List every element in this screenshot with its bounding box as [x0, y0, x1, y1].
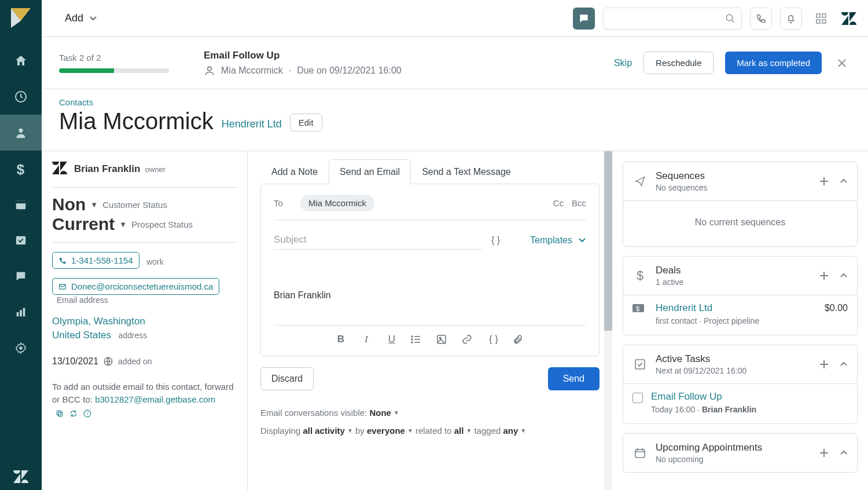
- tab-note[interactable]: Add a Note: [260, 159, 329, 184]
- discard-button[interactable]: Discard: [260, 367, 314, 390]
- breadcrumb[interactable]: Contacts: [59, 97, 851, 107]
- svg-marker-23: [60, 162, 67, 171]
- bold-icon[interactable]: B: [334, 334, 347, 345]
- nav-deals[interactable]: $: [0, 151, 42, 187]
- send-button[interactable]: Send: [548, 367, 599, 390]
- prospect-status-value: Current: [52, 214, 115, 234]
- address-line2[interactable]: United States: [52, 330, 111, 341]
- caret-down-icon: ▼: [119, 220, 127, 229]
- owner-role: owner: [145, 165, 165, 174]
- collapse-button[interactable]: [840, 360, 848, 368]
- company-link[interactable]: Hendrerit Ltd: [222, 118, 282, 130]
- close-task-button[interactable]: [833, 54, 851, 72]
- deal-name[interactable]: Hendrerit Ltd: [656, 302, 712, 314]
- reschedule-button[interactable]: Reschedule: [643, 52, 713, 74]
- link-icon[interactable]: [462, 334, 475, 345]
- nav-home[interactable]: [0, 43, 42, 79]
- search-box[interactable]: [603, 8, 742, 30]
- subject-input[interactable]: [274, 231, 482, 250]
- phone-icon: [756, 13, 766, 24]
- add-task-button[interactable]: [819, 359, 829, 370]
- add-deal-button[interactable]: [819, 270, 829, 281]
- by-dropdown[interactable]: everyone ▼: [367, 426, 413, 436]
- forward-address[interactable]: b3012827@email.getbase.com: [95, 394, 215, 404]
- svg-rect-15: [816, 14, 820, 17]
- to-label: To: [274, 198, 293, 208]
- address-line1[interactable]: Olympia, Washington: [52, 315, 237, 328]
- svg-rect-37: [635, 360, 645, 369]
- topbar: Add: [42, 0, 868, 37]
- nav-contacts[interactable]: [0, 115, 42, 151]
- add-sequence-button[interactable]: [819, 176, 829, 187]
- related-dropdown[interactable]: all ▼: [454, 426, 472, 436]
- nav-reports[interactable]: [0, 294, 42, 330]
- bell-icon: [786, 13, 796, 24]
- email-chip[interactable]: Donec@orciconsectetuereuismod.ca: [52, 278, 219, 295]
- details-column: Brian Franklin owner Non ▼ Customer Stat…: [42, 151, 248, 490]
- bcc-button[interactable]: Bcc: [572, 198, 586, 208]
- apps-button[interactable]: [810, 8, 832, 30]
- to-chip[interactable]: Mia Mccormick: [300, 195, 374, 211]
- task-item-title[interactable]: Email Follow Up: [651, 391, 756, 403]
- collapse-button[interactable]: [840, 177, 848, 185]
- task-checkbox[interactable]: [632, 393, 643, 403]
- search-input[interactable]: [609, 13, 725, 24]
- add-menu[interactable]: Add: [65, 12, 97, 24]
- svg-marker-19: [841, 16, 848, 25]
- phone-chip[interactable]: 1-341-558-1154: [52, 252, 139, 269]
- nav-chat[interactable]: [0, 258, 42, 294]
- activity-dropdown[interactable]: all activity ▼: [303, 426, 352, 436]
- prospect-status-label: Prospect Status: [131, 220, 193, 229]
- skip-button[interactable]: Skip: [614, 58, 632, 68]
- scrollbar-thumb[interactable]: [604, 151, 612, 331]
- phone-button[interactable]: [750, 8, 772, 30]
- collapse-button[interactable]: [840, 272, 848, 280]
- caret-down-icon: ▼: [90, 200, 98, 209]
- nav-activity[interactable]: [0, 79, 42, 115]
- tab-email[interactable]: Send an Email: [329, 159, 411, 184]
- add-appointment-button[interactable]: [819, 448, 829, 458]
- columns: Brian Franklin owner Non ▼ Customer Stat…: [42, 151, 868, 490]
- sequences-title: Sequences: [656, 170, 708, 182]
- italic-icon[interactable]: I: [360, 334, 373, 345]
- visible-dropdown[interactable]: None ▼: [369, 408, 399, 418]
- nav-tasks[interactable]: [0, 222, 42, 258]
- merge-tag-icon[interactable]: { }: [487, 334, 500, 345]
- messages-button[interactable]: [573, 8, 595, 30]
- copy-icon[interactable]: [56, 409, 64, 418]
- list-icon[interactable]: [411, 334, 424, 345]
- tab-sms[interactable]: Send a Text Message: [411, 159, 522, 184]
- email-body[interactable]: Brian Franklin: [274, 250, 586, 319]
- edit-button[interactable]: Edit: [290, 114, 322, 131]
- zendesk-logo[interactable]: [840, 10, 858, 27]
- disp-pre: Displaying: [260, 426, 303, 436]
- editor-toolbar: B I U { }: [274, 325, 586, 345]
- refresh-icon[interactable]: [69, 409, 78, 418]
- apps-icon: [816, 13, 826, 24]
- merge-tags-icon[interactable]: { }: [491, 235, 500, 246]
- svg-rect-6: [16, 201, 26, 204]
- attachment-icon[interactable]: [513, 334, 525, 345]
- complete-button[interactable]: Mark as completed: [725, 52, 822, 74]
- prospect-status-row[interactable]: Current ▼ Prospect Status: [52, 214, 237, 234]
- nav-calendar[interactable]: [0, 187, 42, 222]
- nav-zendesk-icon[interactable]: [13, 470, 28, 483]
- added-label: added on: [118, 357, 152, 366]
- underline-icon[interactable]: U: [385, 334, 398, 345]
- notifications-button[interactable]: [780, 8, 802, 30]
- customer-status-row[interactable]: Non ▼ Customer Status: [52, 195, 237, 214]
- phone-number: 1-341-558-1154: [71, 255, 133, 265]
- deals-sub: 1 active: [656, 277, 683, 287]
- nav-settings[interactable]: [0, 330, 42, 366]
- image-icon[interactable]: [436, 334, 449, 345]
- collapse-button[interactable]: [840, 449, 848, 457]
- appointments-card: Upcoming Appointments No upcoming: [623, 433, 858, 473]
- owner-row: Brian Franklin owner: [52, 162, 237, 177]
- cc-button[interactable]: Cc: [553, 198, 564, 208]
- sequences-empty: No current sequences: [632, 208, 848, 237]
- send-icon: [632, 175, 648, 187]
- globe-icon: [103, 356, 113, 367]
- help-icon[interactable]: ?: [83, 409, 91, 418]
- templates-menu[interactable]: Templates: [530, 235, 586, 246]
- tagged-dropdown[interactable]: any ▼: [503, 426, 527, 436]
